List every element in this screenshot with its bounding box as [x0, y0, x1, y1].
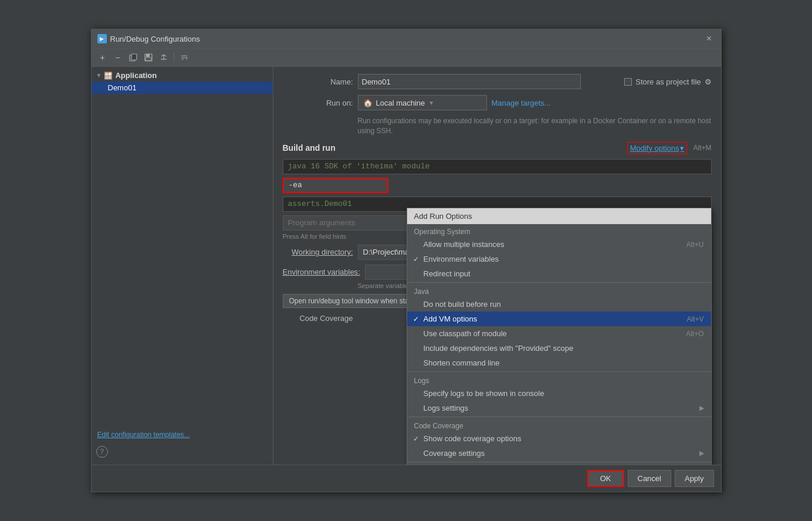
vm-options-row — [283, 178, 712, 193]
os-section-header: Operating System — [407, 224, 711, 237]
config-toolbar: + − — [92, 49, 721, 67]
menu-item-label: Add VM options — [424, 314, 478, 323]
shortcut-alt-v: Alt+V — [686, 315, 703, 323]
name-input[interactable] — [358, 74, 581, 89]
menu-item-coverage-settings[interactable]: Coverage settings ▶ — [407, 446, 711, 461]
application-icon: 🪟 — [104, 72, 113, 80]
modify-options-arrow: ▾ — [680, 144, 684, 153]
menu-item-label: Redirect input — [424, 269, 471, 278]
java-section-header: Java — [407, 284, 711, 297]
tree-arrow: ▼ — [96, 72, 102, 79]
submenu-arrow-cc: ▶ — [699, 449, 704, 457]
toolbar-separator — [174, 53, 174, 62]
menu-item-label: Logs settings — [424, 404, 469, 412]
store-as-project-checkbox[interactable] — [624, 78, 632, 86]
title-bar: ▶ Run/Debug Configurations × — [92, 29, 721, 49]
help-icon[interactable]: ? — [96, 446, 108, 458]
apply-button[interactable]: Apply — [675, 470, 714, 487]
name-row: Name: Store as project file ⚙ — [283, 74, 712, 89]
dropdown-arrow: ▼ — [428, 100, 434, 106]
name-label: Name: — [283, 77, 353, 86]
run-debug-dialog: ▶ Run/Debug Configurations × + − — [91, 29, 722, 492]
menu-item-show-coverage[interactable]: ✓ Show code coverage options — [407, 431, 711, 446]
menu-separator-2 — [407, 371, 711, 372]
ok-button[interactable]: OK — [587, 470, 624, 487]
edit-config-link[interactable]: Edit configuration templates... — [92, 426, 273, 444]
manage-targets-link[interactable]: Manage targets... — [492, 99, 551, 107]
svg-rect-3 — [146, 54, 150, 57]
build-run-section-header: Build and run Modify options ▾ Alt+M — [283, 142, 712, 154]
menu-item-label: Shorten command line — [424, 358, 500, 367]
title-bar-left: ▶ Run/Debug Configurations — [97, 34, 200, 43]
menu-item-add-vm[interactable]: ✓ Add VM options Alt+V — [407, 312, 711, 326]
menu-separator-3 — [407, 417, 711, 417]
menu-item-allow-multiple[interactable]: Allow multiple instances Alt+U — [407, 237, 711, 252]
tree-item-application[interactable]: ▼ 🪟 Application — [92, 69, 273, 82]
add-run-options-menu[interactable]: Add Run Options Operating System Allow m… — [407, 208, 712, 465]
before-launch-header: Before Launch — [407, 464, 711, 465]
check-icon-cc: ✓ — [413, 435, 419, 443]
menu-item-no-build[interactable]: Do not build before run — [407, 297, 711, 312]
menu-item-label: Show code coverage options — [424, 434, 522, 443]
sort-config-button[interactable] — [178, 51, 191, 64]
tree-item-demo01[interactable]: Demo01 — [92, 82, 273, 94]
modify-options-label: Modify options — [630, 144, 679, 153]
main-content: ▼ 🪟 Application Demo01 Edit configuratio… — [92, 67, 721, 465]
save-config-button[interactable] — [142, 51, 155, 64]
menu-item-logs-settings[interactable]: Logs settings ▶ — [407, 401, 711, 415]
build-run-title: Build and run — [283, 143, 336, 153]
working-dir-label: Working directory: — [283, 248, 353, 256]
close-button[interactable]: × — [703, 33, 715, 45]
env-vars-label: Environment variables: — [283, 268, 360, 276]
open-tool-window-label: Open run/debug tool window when started — [289, 297, 421, 305]
cancel-button[interactable]: Cancel — [628, 470, 671, 487]
left-panel: ▼ 🪟 Application Demo01 Edit configuratio… — [92, 67, 273, 465]
sdk-field-value: java 16 SDK of 'itheima' module — [288, 162, 430, 171]
menu-item-label: Include dependencies with "Provided" sco… — [424, 344, 574, 353]
dialog-icon: ▶ — [97, 34, 107, 43]
menu-item-label: Do not build before run — [424, 300, 501, 309]
menu-item-logs-console[interactable]: Specify logs to be shown in console — [407, 386, 711, 401]
tree-item-label: Demo01 — [108, 83, 137, 92]
shortcut-alt-o: Alt+O — [686, 330, 703, 338]
add-config-button[interactable]: + — [96, 51, 109, 64]
menu-item-label: Allow multiple instances — [424, 240, 505, 249]
home-icon: 🏠 — [363, 99, 373, 107]
run-on-dropdown[interactable]: 🏠 Local machine ▼ — [358, 95, 487, 110]
modify-shortcut: Alt+M — [693, 144, 711, 152]
submenu-arrow: ▶ — [699, 404, 704, 412]
logs-section-header: Logs — [407, 373, 711, 386]
cc-section-header: Code Coverage — [407, 418, 711, 431]
classpath-value: asserts.Demo01 — [288, 199, 352, 208]
copy-config-button[interactable] — [127, 51, 140, 64]
store-label: Store as project file — [635, 77, 701, 86]
menu-separator-4 — [407, 462, 711, 462]
tree-group-label: Application — [115, 71, 157, 80]
right-panel: Name: Store as project file ⚙ Run on: 🏠 … — [273, 67, 721, 465]
menu-item-label: Environment variables — [424, 255, 499, 263]
menu-item-env-vars[interactable]: ✓ Environment variables — [407, 252, 711, 266]
store-checkbox-area: Store as project file ⚙ — [624, 77, 711, 86]
code-coverage-label: Code Coverage — [283, 314, 353, 323]
menu-item-provided[interactable]: Include dependencies with "Provided" sco… — [407, 341, 711, 356]
menu-item-label: Specify logs to be shown in console — [424, 389, 544, 398]
check-icon: ✓ — [413, 255, 419, 263]
move-config-button[interactable] — [157, 51, 170, 64]
run-on-hint: Run configurations may be executed local… — [358, 116, 712, 136]
sdk-field: java 16 SDK of 'itheima' module — [283, 159, 712, 174]
menu-item-redirect[interactable]: Redirect input — [407, 266, 711, 281]
right-panel-inner: Name: Store as project file ⚙ Run on: 🏠 … — [283, 74, 712, 323]
vm-options-input[interactable] — [283, 178, 388, 193]
menu-separator-1 — [407, 282, 711, 283]
local-machine-label: Local machine — [376, 99, 425, 107]
shortcut-alt-u: Alt+U — [686, 241, 704, 249]
modify-options-button[interactable]: Modify options ▾ — [627, 142, 688, 154]
menu-item-label: Coverage settings — [424, 449, 485, 458]
menu-item-shorten[interactable]: Shorten command line — [407, 356, 711, 370]
run-on-row: Run on: 🏠 Local machine ▼ Manage targets… — [283, 95, 712, 110]
menu-title: Add Run Options — [407, 208, 711, 224]
run-on-label: Run on: — [283, 99, 353, 107]
menu-item-classpath[interactable]: Use classpath of module Alt+O — [407, 326, 711, 341]
check-icon-vm: ✓ — [413, 315, 419, 323]
remove-config-button[interactable]: − — [111, 51, 124, 64]
